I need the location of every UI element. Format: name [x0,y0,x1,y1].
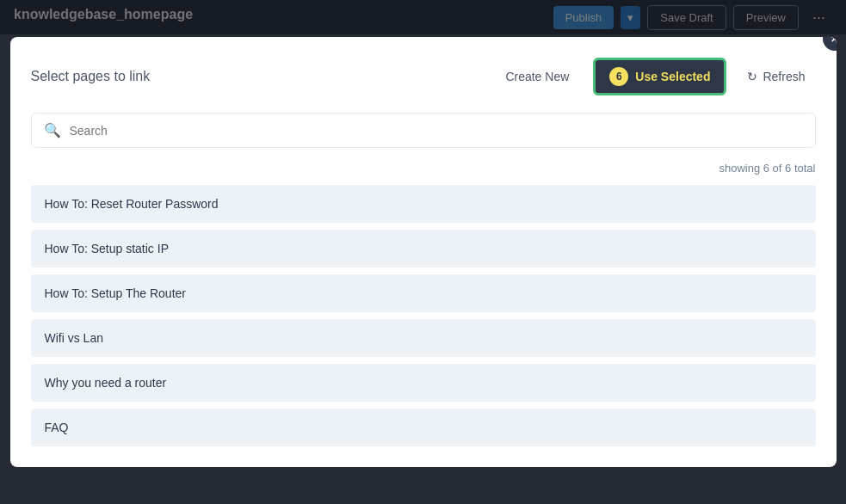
search-icon: 🔍 [44,122,61,138]
results-info: showing 6 of 6 total [31,162,816,175]
modal-header: Select pages to link Create New 6 Use Se… [31,58,816,95]
use-selected-label: Use Selected [635,70,710,83]
refresh-icon: ↻ [747,70,757,83]
modal-actions: Create New 6 Use Selected ↻ Refresh [491,58,815,95]
search-input[interactable] [70,124,803,138]
modal-close-button[interactable]: × [823,37,837,51]
page-item[interactable]: How To: Reset Router Password [31,185,816,223]
refresh-label: Refresh [763,70,805,83]
modal-overlay: × Select pages to link Create New 6 Use … [0,0,846,504]
page-item[interactable]: How To: Setup static IP [31,230,816,267]
page-item[interactable]: FAQ [31,409,816,446]
search-container: 🔍 [31,113,816,148]
refresh-button[interactable]: ↻ Refresh [737,63,815,90]
page-item[interactable]: Wifi vs Lan [31,319,816,357]
use-selected-button[interactable]: 6 Use Selected [593,58,726,95]
page-item[interactable]: How To: Setup The Router [31,274,816,312]
use-selected-count: 6 [609,67,628,86]
create-new-button[interactable]: Create New [491,63,583,90]
page-list: How To: Reset Router PasswordHow To: Set… [31,185,816,446]
page-item[interactable]: Why you need a router [31,364,816,402]
modal: × Select pages to link Create New 6 Use … [10,37,837,467]
modal-title: Select pages to link [31,69,151,84]
